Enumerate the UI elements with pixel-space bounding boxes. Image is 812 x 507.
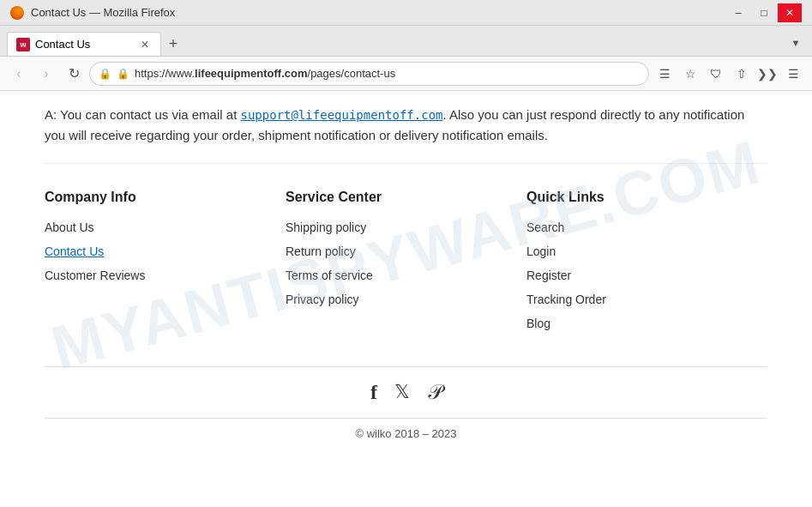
footer: Company Info About Us Contact Us Custome… [45, 164, 767, 449]
bookmark-icon[interactable]: ☆ [678, 62, 702, 86]
tab-list-button[interactable]: ▼ [786, 33, 805, 52]
title-bar: Contact Us — Mozilla Firefox – □ ✕ [0, 0, 812, 26]
firefox-icon [10, 6, 24, 20]
footer-col-service: Service Center Shipping policy Return po… [286, 190, 526, 341]
footer-link-search[interactable]: Search [526, 220, 767, 234]
menu-icon[interactable]: ☰ [781, 62, 805, 86]
footer-link-reviews[interactable]: Customer Reviews [45, 269, 286, 282]
tab-bar: w Contact Us ✕ + ▼ [0, 26, 812, 57]
answer-section: A: You can contact us via email at suppo… [45, 91, 767, 164]
page-content: MYANTISPYWARE.COM A: You can contact us … [0, 91, 812, 507]
footer-link-about[interactable]: About Us [45, 220, 286, 234]
close-button[interactable]: ✕ [778, 3, 802, 22]
active-tab[interactable]: w Contact Us ✕ [7, 32, 161, 56]
maximize-button[interactable]: □ [752, 3, 776, 22]
tab-close-button[interactable]: ✕ [138, 38, 152, 51]
footer-link-privacy[interactable]: Privacy policy [286, 293, 526, 306]
shield-icon[interactable]: 🛡 [704, 62, 728, 86]
footer-link-contact[interactable]: Contact Us [45, 244, 286, 258]
support-email[interactable]: support@lifeequipmentoff.com [240, 108, 442, 122]
footer-link-shipping[interactable]: Shipping policy [286, 220, 526, 234]
footer-link-return[interactable]: Return policy [286, 244, 526, 258]
security-icon: 🔒 [99, 68, 111, 80]
more-tools-icon[interactable]: ❯❯ [755, 62, 779, 86]
reader-view-icon[interactable]: ☰ [653, 62, 677, 86]
extensions-icon[interactable]: ⇧ [730, 62, 754, 86]
tab-favicon: w [16, 38, 30, 51]
url-protocol: https://www. [135, 67, 195, 80]
minimize-button[interactable]: – [726, 3, 750, 22]
footer-social: f 𝕏 𝒫 [45, 366, 767, 418]
new-tab-button[interactable]: + [161, 32, 185, 56]
window-controls: – □ ✕ [726, 3, 802, 22]
footer-col-quicklinks: Quick Links Search Login Register Tracki… [526, 190, 767, 341]
reload-button[interactable]: ↻ [62, 62, 86, 86]
footer-columns: Company Info About Us Contact Us Custome… [45, 190, 767, 341]
footer-col-service-title: Service Center [286, 190, 526, 205]
pinterest-icon[interactable]: 𝒫 [427, 381, 442, 404]
answer-prefix: A: You can contact us via email at [45, 107, 240, 122]
footer-col-company-title: Company Info [45, 190, 286, 205]
footer-col-company: Company Info About Us Contact Us Custome… [45, 190, 286, 341]
forward-button[interactable]: › [34, 62, 58, 86]
window-title: Contact Us — Mozilla Firefox [31, 6, 175, 19]
https-icon: 🔒 [117, 68, 129, 80]
footer-link-register[interactable]: Register [526, 269, 767, 282]
url-domain: lifeequipmentoff.com [195, 67, 307, 80]
footer-link-blog[interactable]: Blog [526, 317, 767, 330]
footer-copyright: © wilko 2018 – 2023 [45, 418, 767, 449]
footer-link-tracking[interactable]: Tracking Order [526, 293, 767, 306]
facebook-icon[interactable]: f [370, 381, 377, 404]
url-path: /pages/contact-us [308, 67, 396, 80]
url-text: https://www.lifeequipmentoff.com/pages/c… [135, 67, 395, 80]
toolbar-icons: ☰ ☆ 🛡 ⇧ ❯❯ ☰ [653, 62, 805, 86]
url-bar[interactable]: 🔒 🔒 https://www.lifeequipmentoff.com/pag… [89, 62, 649, 86]
footer-link-terms[interactable]: Terms of service [286, 269, 526, 282]
address-bar: ‹ › ↻ 🔒 🔒 https://www.lifeequipmentoff.c… [0, 57, 812, 91]
tab-label: Contact Us [35, 38, 90, 51]
twitter-icon[interactable]: 𝕏 [394, 381, 410, 404]
footer-link-login[interactable]: Login [526, 244, 767, 258]
back-button[interactable]: ‹ [7, 62, 31, 86]
footer-col-quicklinks-title: Quick Links [526, 190, 767, 205]
